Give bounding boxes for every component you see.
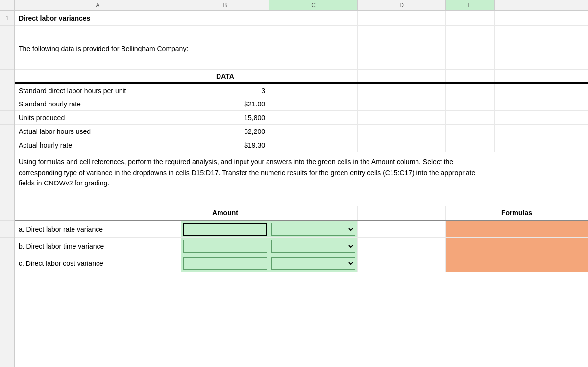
content-area: 1 Direct labor variances [0,11,588,367]
data-heading-row: DATA [15,70,588,83]
instructions-cell: Using formulas and cell references, perf… [15,152,490,194]
col-header-d: D [358,0,446,10]
data-row-1: Standard direct labor hours per unit 3 [15,83,588,97]
bh-formulas: Formulas [446,206,588,220]
bottom-row-b: b. Direct labor time variance Favorable … [15,238,588,255]
data-row-2: Standard hourly rate $21.00 [15,97,588,111]
row-num-1: 1 [0,11,14,26]
bt-dd-b[interactable]: Favorable Unfavorable [270,238,358,255]
data-heading-f [495,70,588,82]
data-e-3 [446,111,495,124]
column-headers: A B C D E [0,0,588,11]
data-e-4 [446,125,495,138]
data-label-3: Units produced [15,111,181,124]
title-d [358,11,446,25]
data-c-3 [270,111,358,124]
data-c-2 [270,97,358,110]
row-num-11 [0,152,14,206]
bh-label [15,206,181,220]
data-value-4: 62,200 [181,125,270,138]
spreadsheet: A B C D E 1 Direct [0,0,588,367]
bottom-row-c: c. Direct labor cost variance Favorable … [15,255,588,272]
variance-dropdown-c[interactable]: Favorable Unfavorable [271,257,355,270]
data-d-4 [358,125,446,138]
data-f-3 [495,111,588,124]
title-b [181,11,270,25]
bt-dd-c[interactable]: Favorable Unfavorable [270,255,358,272]
row-num-5 [0,70,14,83]
intro-e [446,40,495,57]
amount-input-c[interactable] [183,257,267,270]
instr-f [539,152,588,156]
row-num-9 [0,125,14,138]
blank-row-2 [15,26,588,40]
data-label-2: Standard hourly rate [15,97,181,110]
data-heading-cell: DATA [181,70,270,82]
col-header-b: B [181,0,270,10]
blank-2b [181,26,270,40]
data-e-2 [446,97,495,110]
row-num-15 [0,255,14,272]
blank-row-4 [15,57,588,70]
instr-e [490,152,539,156]
row-num-6 [0,83,14,97]
blank-2a [15,26,181,40]
title-f [495,11,588,25]
amount-input-a[interactable] [183,223,267,236]
data-row-5: Actual hourly rate $19.30 [15,138,588,152]
data-label-4: Actual labor hours used [15,125,181,138]
intro-f [495,40,588,57]
row-num-10 [0,138,14,152]
col-header-c: C [270,0,358,10]
blank-2c [270,26,358,40]
row-num-header [0,0,15,10]
data-heading-c [270,70,358,82]
intro-d [358,40,446,57]
data-heading-d [358,70,446,82]
blank-4e [446,57,495,69]
row-num-12 [0,206,14,221]
bt-amount-b[interactable] [181,238,270,255]
bt-empty-c [358,255,446,272]
intro-cell: The following data is provided for Belli… [15,40,358,57]
row-num-7 [0,97,14,111]
row-num-3 [0,40,14,57]
row-numbers: 1 [0,11,15,367]
bottom-row-a: a. Direct labor rate variance Favorable … [15,221,588,238]
data-heading-a [15,70,181,82]
bh-amount: Amount [181,206,270,220]
bt-label-c: c. Direct labor cost variance [15,255,181,272]
bt-empty-b [358,238,446,255]
variance-dropdown-a[interactable]: Favorable Unfavorable [271,223,355,236]
data-d-1 [358,84,446,97]
row-num-8 [0,111,14,125]
data-f-5 [495,138,588,152]
col-header-f [495,0,588,10]
data-e-5 [446,138,495,152]
data-value-3: 15,800 [181,111,270,124]
data-c-4 [270,125,358,138]
data-label-5: Actual hourly rate [15,138,181,152]
data-value-5: $19.30 [181,138,270,152]
bt-label-b: b. Direct labor time variance [15,238,181,255]
data-d-2 [358,97,446,110]
title-row: Direct labor variances [15,11,588,26]
bt-dd-a[interactable]: Favorable Unfavorable [270,221,358,237]
variance-dropdown-b[interactable]: Favorable Unfavorable [271,240,355,253]
bt-amount-c[interactable] [181,255,270,272]
bottom-header-row: Amount Formulas [15,206,588,221]
bh-empty [358,206,446,220]
blank-2e [446,26,495,40]
data-f-4 [495,125,588,138]
col-header-a: A [15,0,181,10]
amount-input-b[interactable] [183,240,267,253]
data-d-3 [358,111,446,124]
bt-formula-a [446,221,588,237]
intro-row: The following data is provided for Belli… [15,40,588,57]
row-num-4 [0,57,14,70]
bt-amount-a[interactable] [181,221,270,237]
blank-4d [358,57,446,69]
instructions-row: Using formulas and cell references, perf… [15,152,588,206]
blank-4b [181,57,270,69]
bh-dd [270,206,358,220]
